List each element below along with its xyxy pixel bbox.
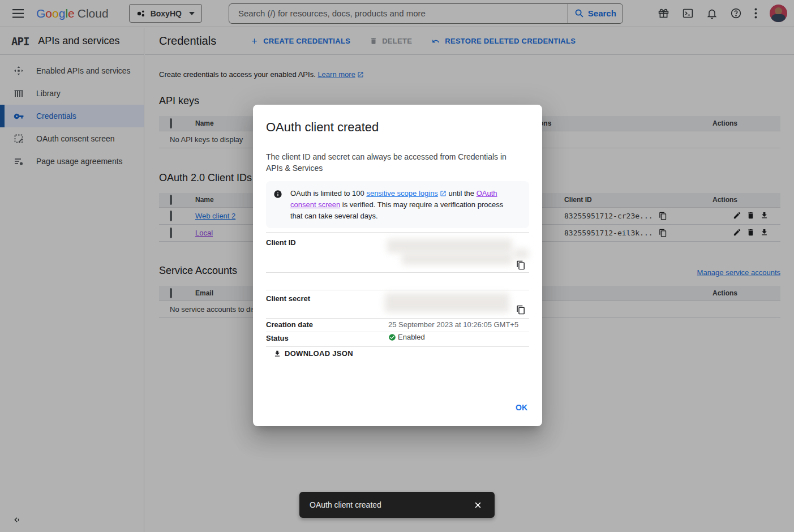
status-badge: Enabled (388, 333, 425, 341)
creation-date-label: Creation date (266, 320, 313, 329)
ok-button[interactable]: OK (516, 403, 527, 412)
client-id-redacted-value (387, 239, 512, 253)
creation-date-value: 25 September 2023 at 10:26:05 GMT+5 (388, 320, 518, 329)
status-value: Enabled (398, 333, 425, 341)
copy-client-id-icon[interactable] (516, 260, 526, 270)
dialog-title: OAuth client created (266, 120, 379, 135)
snackbar-message: OAuth client created (310, 500, 381, 509)
download-icon (273, 350, 281, 358)
external-link-icon (440, 190, 447, 197)
info-text: OAuth is limited to 100 sensitive scope … (290, 188, 513, 221)
copy-client-secret-icon[interactable] (516, 305, 526, 315)
client-secret-redacted-value (385, 293, 509, 312)
info-icon (273, 190, 282, 221)
client-id-redacted-value (514, 249, 529, 259)
client-secret-label: Client secret (266, 294, 310, 303)
status-label: Status (266, 334, 289, 342)
sensitive-scope-logins-link[interactable]: sensitive scope logins (366, 189, 437, 198)
client-id-label: Client ID (266, 238, 296, 247)
info-banner: OAuth is limited to 100 sensitive scope … (266, 181, 529, 228)
check-circle-icon (388, 333, 396, 341)
oauth-client-created-dialog: OAuth client created The client ID and s… (253, 105, 542, 426)
snackbar: OAuth client created (299, 492, 495, 518)
client-id-redacted-value (402, 254, 513, 265)
download-json-button[interactable]: DOWNLOAD JSON (273, 349, 353, 358)
close-icon[interactable] (474, 501, 482, 509)
dialog-subtitle: The client ID and secret can always be a… (266, 151, 521, 174)
